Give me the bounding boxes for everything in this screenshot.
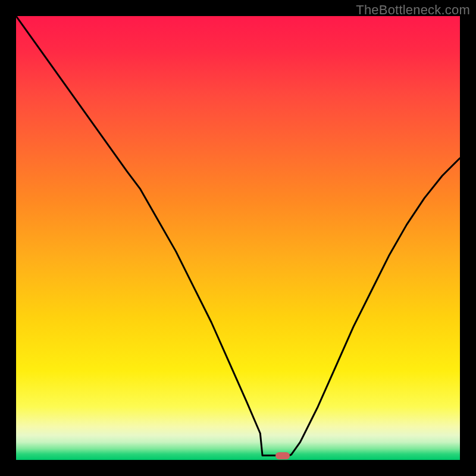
bottleneck-curve [16, 16, 460, 460]
watermark-text: TheBottleneck.com [356, 2, 470, 18]
chart-frame: TheBottleneck.com [0, 0, 476, 476]
optimal-marker [275, 452, 290, 459]
plot-area [16, 16, 460, 460]
